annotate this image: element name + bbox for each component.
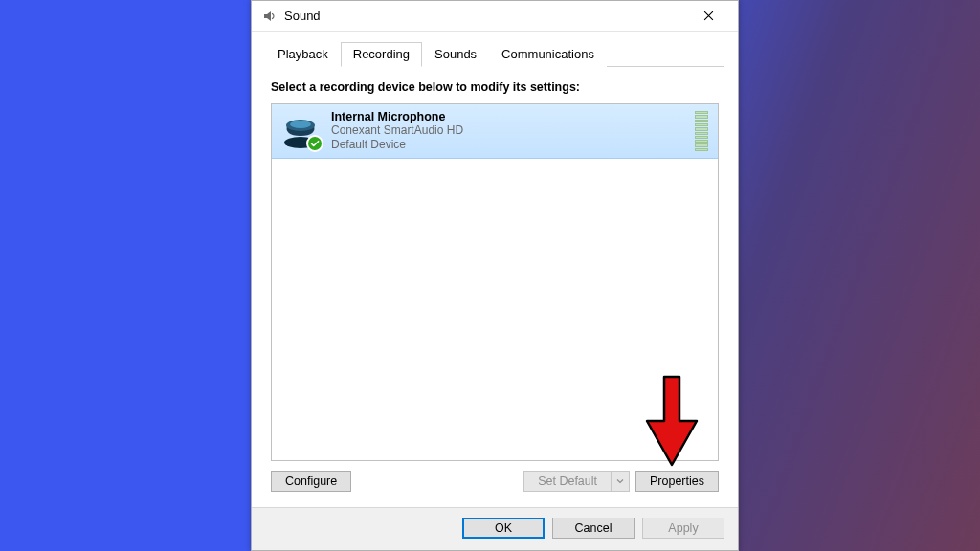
- titlebar: Sound: [252, 1, 738, 32]
- sound-icon: [261, 9, 277, 24]
- tab-playback[interactable]: Playback: [265, 42, 341, 67]
- tab-strip: Playback Recording Sounds Communications: [252, 32, 738, 67]
- device-list[interactable]: Internal Microphone Conexant SmartAudio …: [271, 103, 719, 461]
- device-actions-row: Configure Set Default Properties: [271, 461, 719, 497]
- window-title: Sound: [284, 9, 687, 23]
- svg-point-2: [290, 121, 311, 128]
- device-row[interactable]: Internal Microphone Conexant SmartAudio …: [272, 104, 718, 159]
- instruction-text: Select a recording device below to modif…: [271, 80, 719, 94]
- sound-window: Sound Playback Recording Sounds Communic…: [251, 0, 739, 551]
- configure-button[interactable]: Configure: [271, 471, 351, 492]
- cancel-button[interactable]: Cancel: [552, 518, 635, 539]
- device-driver: Conexant SmartAudio HD: [331, 123, 463, 138]
- close-icon: [703, 10, 714, 23]
- device-level-meter: [695, 111, 710, 151]
- ok-button[interactable]: OK: [462, 518, 545, 539]
- properties-button[interactable]: Properties: [635, 471, 719, 492]
- recording-panel: Select a recording device below to modif…: [252, 67, 738, 507]
- chevron-down-icon: [611, 471, 630, 492]
- apply-button: Apply: [642, 518, 724, 539]
- device-name: Internal Microphone: [331, 110, 463, 123]
- default-device-badge-icon: [306, 135, 323, 152]
- tab-recording[interactable]: Recording: [341, 42, 422, 67]
- close-button[interactable]: [687, 2, 730, 31]
- device-status: Default Device: [331, 138, 463, 152]
- device-text: Internal Microphone Conexant SmartAudio …: [331, 110, 463, 152]
- dialog-footer: OK Cancel Apply: [252, 507, 738, 550]
- microphone-device-icon: [279, 112, 322, 150]
- set-default-button: Set Default: [523, 471, 611, 492]
- tab-communications[interactable]: Communications: [489, 42, 607, 67]
- set-default-dropdown: Set Default: [523, 471, 630, 492]
- tab-sounds[interactable]: Sounds: [422, 42, 489, 67]
